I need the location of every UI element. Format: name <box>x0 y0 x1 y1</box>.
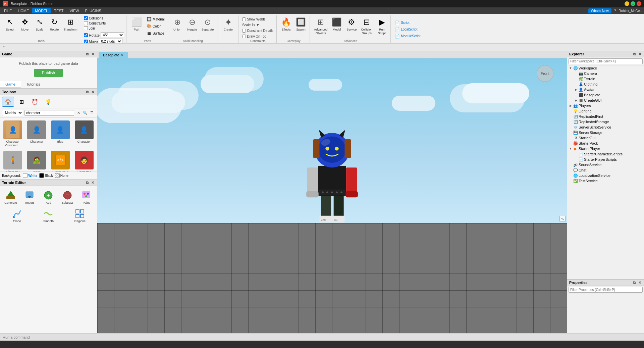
tool-rotate-button[interactable]: ↻ Rotate <box>48 16 61 32</box>
toolbox-item[interactable]: </> Create Your <box>49 149 72 171</box>
properties-search-input[interactable] <box>569 287 643 293</box>
tree-item-replicated-first[interactable]: ▶ 🔄 ReplicatedFirst <box>567 114 644 119</box>
tree-item-baseplate[interactable]: ▶ ⬛ Baseplate <box>567 92 644 98</box>
search-go-button[interactable]: 🔍 <box>82 110 88 116</box>
show-welds-checkbox[interactable] <box>242 17 246 21</box>
front-view-button[interactable]: Front <box>537 65 553 82</box>
join-checkbox[interactable] <box>84 26 88 30</box>
tool-transform-button[interactable]: ⊞ Transform <box>62 16 79 32</box>
rotate-snap-select[interactable]: 45° <box>101 32 124 38</box>
model-button[interactable]: ⬛ Model <box>330 16 343 32</box>
collision-groups-button[interactable]: ⊟ CollisionGroups <box>360 16 374 36</box>
close-button[interactable]: ✕ <box>637 1 641 6</box>
toolbox-item[interactable]: 🧑 Character <box>72 149 96 171</box>
collisions-checkbox[interactable] <box>84 16 88 20</box>
window-controls[interactable]: — □ ✕ <box>625 1 641 6</box>
tree-item-replicated-storage[interactable]: ▶ 🔄 ReplicatedStorage <box>567 119 644 125</box>
move-snap-select[interactable]: 0.2 studs <box>99 39 122 43</box>
local-script-button[interactable]: 📄 LocalScript <box>393 27 419 32</box>
module-script-button[interactable]: 📄 ModuleScript <box>393 34 422 39</box>
toolbox-icon-clock[interactable]: ⏰ <box>29 97 41 107</box>
draw-on-top-check2[interactable] <box>242 35 246 38</box>
workspace-expand[interactable]: ▼ <box>569 66 573 70</box>
explorer-expand[interactable]: ⧉ <box>632 52 637 56</box>
terrain-subtract-button[interactable]: − Subtract <box>59 189 76 206</box>
toolbox-item[interactable]: 👤 Character Customiz... <box>1 119 24 149</box>
show-welds-button[interactable]: Show Welds <box>241 17 266 21</box>
tree-item-chat[interactable]: ▶ 💬 Chat <box>567 167 644 173</box>
viewport-tab-baseplate[interactable]: Baseplate ✕ <box>99 52 128 58</box>
properties-close[interactable]: ✕ <box>637 280 642 285</box>
toolbox-icon-grid[interactable]: ⊞ <box>15 97 28 107</box>
publish-button[interactable]: Publish <box>34 69 63 77</box>
service-button[interactable]: ⚙ Service <box>345 16 358 32</box>
toolbox-item[interactable]: 👤 Blue <box>49 119 72 149</box>
menu-view[interactable]: VIEW <box>67 8 82 13</box>
menu-plugins[interactable]: PLUGINS <box>83 8 104 13</box>
bg-black-option[interactable]: Black <box>39 173 53 178</box>
tool-select-button[interactable]: ↖ Select <box>3 16 17 32</box>
surface-button[interactable]: ▦ Surface <box>145 30 166 36</box>
tree-item-terrain[interactable]: ▶ 🌿 Terrain <box>567 76 644 82</box>
tree-item-players[interactable]: ▶ 👥 Players <box>567 103 644 108</box>
material-button[interactable]: 🔲 Material <box>145 16 166 22</box>
terrain-import-button[interactable]: Import <box>21 189 38 206</box>
separate-button[interactable]: ⊙ Separate <box>200 16 215 32</box>
search-clear-button[interactable]: ✕ <box>75 110 82 116</box>
starter-player-expand[interactable]: ▼ <box>569 147 573 151</box>
tree-item-server-storage[interactable]: ▶ 💾 ServerStorage <box>567 130 644 135</box>
run-script-button[interactable]: ▶ RunScript <box>375 16 388 36</box>
tree-item-workspace[interactable]: ▼ 🌐 Workspace <box>567 65 644 71</box>
players-expand[interactable]: ▶ <box>569 104 573 108</box>
terrain-regions-button[interactable]: Regions <box>65 207 95 224</box>
toolbox-expand[interactable]: ⧉ <box>85 90 90 94</box>
tree-item-lighting[interactable]: ▶ 💡 Lighting <box>567 108 644 114</box>
create-button[interactable]: ✦ Create <box>220 16 236 32</box>
terrain-paint-button[interactable]: Paint <box>77 189 95 206</box>
tree-item-starter-player-scripts[interactable]: ▶ 📄 StarterPlayerScripts <box>567 157 644 162</box>
toolbox-icon-home[interactable]: 🏠 <box>2 97 14 107</box>
toolbox-item[interactable]: 👤 Character <box>25 119 48 149</box>
menu-model[interactable]: MODEL <box>32 8 51 13</box>
menu-test[interactable]: TEST <box>51 8 66 13</box>
avatar-expand[interactable]: ▶ <box>574 88 578 92</box>
draw-on-top-button[interactable]: Constraint Details <box>241 29 274 33</box>
toolbox-item[interactable]: 👤 Character <box>72 119 96 149</box>
terrain-expand[interactable]: ⧉ <box>85 180 90 185</box>
color-button[interactable]: 🎨 Color <box>145 23 166 29</box>
part-button[interactable]: ⬜ Part <box>129 16 144 32</box>
constraints-checkbox[interactable] <box>84 21 88 25</box>
command-input[interactable] <box>3 335 641 339</box>
tree-item-server-script-service[interactable]: ▶ ⚙ ServerScriptService <box>567 125 644 130</box>
ribbon-expand-icon[interactable]: ⌃ <box>3 46 5 49</box>
help-icon[interactable]: ? <box>614 9 616 13</box>
tree-item-camera[interactable]: ▶ 📷 Camera <box>567 71 644 76</box>
advanced-objects-button[interactable]: ⊞ AdvancedObjects <box>313 16 329 36</box>
creategui-expand[interactable]: ▶ <box>574 98 578 102</box>
draw-on-top-row[interactable]: Draw On Top <box>241 34 267 39</box>
maximize-button[interactable]: □ <box>631 1 635 6</box>
terrain-add-button[interactable]: + Add <box>40 189 57 206</box>
rotate-snap-checkbox[interactable] <box>84 33 88 37</box>
script-button[interactable]: 📄 Script <box>393 20 411 26</box>
tree-item-sound-service[interactable]: ▶ 🔊 SoundService <box>567 162 644 167</box>
negate-button[interactable]: ⊖ Negate <box>185 16 199 32</box>
properties-expand[interactable]: ⧉ <box>632 280 637 285</box>
spawn-button[interactable]: 🔲 Spawn <box>294 16 308 32</box>
tree-item-starter-pack[interactable]: ▶ 🎒 StarterPack <box>567 141 644 146</box>
draw-on-top-checkbox[interactable] <box>242 29 246 33</box>
terrain-generate-button[interactable]: Generate <box>2 189 19 206</box>
toolbox-close[interactable]: ✕ <box>90 90 95 94</box>
tool-scale-button[interactable]: ⤡ Scale <box>33 16 46 32</box>
effects-button[interactable]: 🔥 Effects <box>279 16 293 32</box>
menu-home[interactable]: HOME <box>15 8 32 13</box>
move-snap-checkbox[interactable] <box>84 40 88 44</box>
viewport-expand-button[interactable]: ⤡ <box>559 216 566 222</box>
tab-tutorials[interactable]: Tutorials <box>21 81 46 88</box>
tree-item-localization-service[interactable]: ▶ 🌐 LocalizationService <box>567 173 644 178</box>
minimize-button[interactable]: — <box>625 1 629 6</box>
explorer-search-input[interactable] <box>569 58 643 64</box>
search-filter-button[interactable]: ☰ <box>89 110 95 116</box>
viewport-tab-close[interactable]: ✕ <box>121 53 123 57</box>
tree-item-clothing[interactable]: ▶ 👗 Clothing <box>567 82 644 87</box>
